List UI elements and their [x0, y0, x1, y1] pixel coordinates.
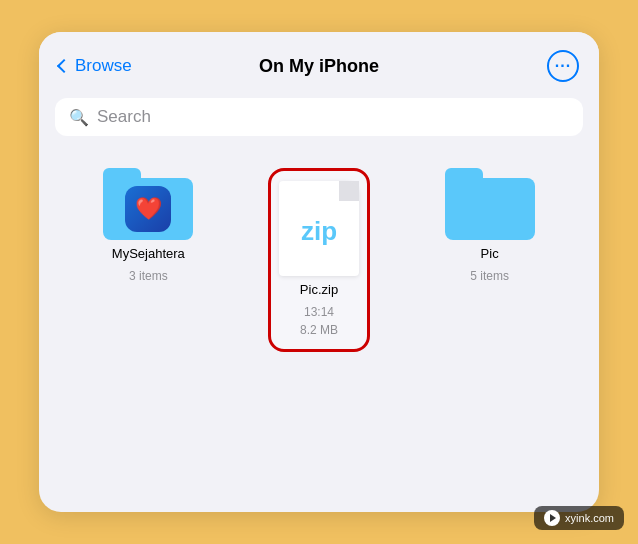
list-item[interactable]: Pic 5 items	[430, 168, 550, 285]
file-name: MySejahtera	[112, 246, 185, 261]
search-icon: 🔍	[69, 108, 89, 127]
back-chevron-icon	[57, 59, 71, 73]
heart-icon: ❤️	[135, 196, 162, 222]
zip-label: zip	[301, 216, 337, 247]
phone-card: Browse On My iPhone ··· 🔍 Search ❤️ MySe…	[39, 32, 599, 512]
back-button[interactable]: Browse	[59, 56, 132, 76]
back-label[interactable]: Browse	[75, 56, 132, 76]
play-icon	[544, 510, 560, 526]
folder-body	[445, 178, 535, 240]
file-meta: 3 items	[129, 267, 168, 285]
folder-app-icon: ❤️	[125, 186, 171, 232]
header: Browse On My iPhone ···	[39, 32, 599, 90]
files-grid: ❤️ MySejahtera 3 items zip Pic.zip 13:14…	[39, 152, 599, 512]
search-bar[interactable]: 🔍 Search	[55, 98, 583, 136]
list-item[interactable]: zip Pic.zip 13:14 8.2 MB	[259, 168, 379, 352]
watermark: xyink.com	[534, 506, 624, 530]
file-meta: 5 items	[470, 267, 509, 285]
watermark-text: xyink.com	[565, 512, 614, 524]
folder-body: ❤️	[103, 178, 193, 240]
more-button[interactable]: ···	[547, 50, 579, 82]
search-placeholder: Search	[97, 107, 151, 127]
folder-icon: ❤️	[103, 168, 193, 240]
folder-icon	[445, 168, 535, 240]
zip-file-icon: zip	[279, 181, 359, 276]
more-icon: ···	[555, 57, 571, 75]
file-name: Pic.zip	[300, 282, 338, 297]
file-meta: 13:14 8.2 MB	[300, 303, 338, 339]
selected-wrapper: zip Pic.zip 13:14 8.2 MB	[268, 168, 370, 352]
list-item[interactable]: ❤️ MySejahtera 3 items	[88, 168, 208, 285]
file-name: Pic	[481, 246, 499, 261]
page-title: On My iPhone	[259, 56, 379, 77]
